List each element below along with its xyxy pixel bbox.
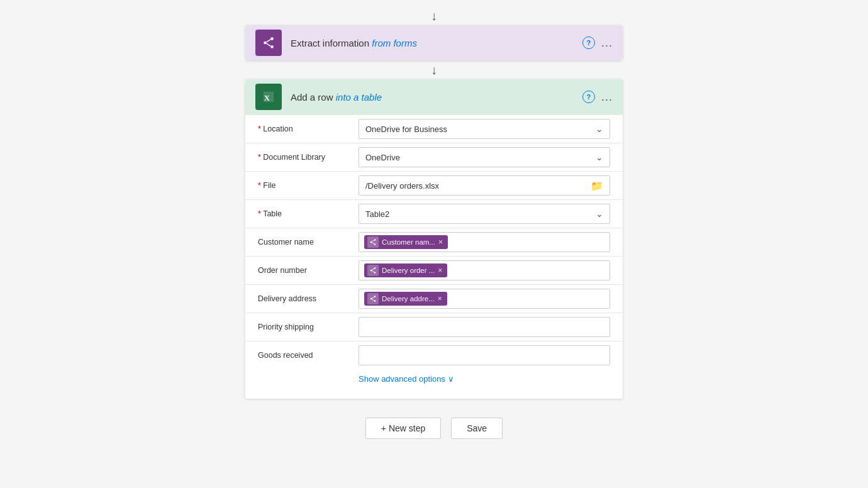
page-wrapper: ↓ Extract information from forms ?: [0, 0, 868, 439]
svg-point-2: [270, 45, 274, 48]
share-icon: [262, 36, 275, 50]
document-library-label: Document Library: [258, 153, 359, 162]
document-library-chevron-icon: ⌄: [596, 152, 603, 162]
svg-line-15: [372, 269, 374, 270]
customer-name-label: Customer name: [258, 238, 359, 247]
delivery-address-tag-icon: [367, 293, 379, 304]
svg-point-14: [374, 272, 376, 274]
advanced-options-chevron-icon: ∨: [448, 374, 454, 384]
delivery-address-input[interactable]: Delivery addre... ×: [359, 289, 610, 309]
delivery-address-label: Delivery address: [258, 294, 359, 303]
customer-name-tag-close[interactable]: ×: [438, 238, 443, 247]
order-number-tag: Delivery order ... ×: [364, 263, 447, 277]
customer-name-tag-icon: [367, 236, 379, 248]
priority-shipping-input[interactable]: [359, 317, 610, 337]
delivery-address-row: Delivery address Delivery a: [245, 284, 623, 313]
svg-line-3: [267, 40, 271, 42]
priority-shipping-label: Priority shipping: [258, 323, 359, 331]
delivery-address-tag-text: Delivery addre...: [382, 295, 435, 302]
customer-name-row: Customer name Customer nam.: [245, 228, 623, 256]
svg-point-8: [370, 241, 372, 243]
location-dropdown[interactable]: OneDrive for Business ⌄: [359, 119, 610, 139]
order-number-tag-close[interactable]: ×: [438, 266, 442, 275]
order-number-input[interactable]: Delivery order ... ×: [359, 260, 610, 280]
step1-help-button[interactable]: ?: [582, 36, 595, 49]
svg-point-7: [374, 239, 376, 241]
svg-text:X: X: [264, 94, 270, 103]
step1-actions: ? ...: [582, 36, 613, 50]
document-library-dropdown[interactable]: OneDrive ⌄: [359, 147, 610, 167]
step1-card: Extract information from forms ? ...: [245, 25, 623, 60]
svg-point-9: [374, 243, 376, 245]
file-browse-icon[interactable]: 📁: [591, 180, 603, 192]
table-label: Table: [258, 209, 359, 218]
document-library-row: Document Library OneDrive ⌄: [245, 143, 623, 171]
file-label: File: [258, 181, 359, 190]
file-row: File /Delivery orders.xlsx 📁: [245, 171, 623, 199]
svg-line-16: [372, 271, 374, 272]
svg-point-17: [374, 296, 376, 297]
svg-line-21: [372, 299, 374, 301]
table-row: Table Table2 ⌄: [245, 199, 623, 228]
svg-line-10: [372, 240, 374, 241]
goods-received-row: Goods received: [245, 341, 623, 369]
order-number-row: Order number Delivery order: [245, 256, 623, 284]
order-number-tag-text: Delivery order ...: [382, 267, 435, 274]
new-step-button[interactable]: + New step: [365, 418, 441, 439]
step2-icon: X: [255, 84, 282, 110]
priority-shipping-row: Priority shipping: [245, 313, 623, 341]
goods-received-input[interactable]: [359, 345, 610, 365]
step2-actions: ? ...: [582, 91, 613, 104]
location-label: Location: [258, 125, 359, 133]
goods-received-label: Goods received: [258, 351, 359, 360]
svg-point-0: [270, 37, 274, 40]
svg-line-4: [267, 43, 271, 46]
step1-more-button[interactable]: ...: [601, 36, 613, 50]
bottom-actions: + New step Save: [365, 418, 503, 439]
step2-header: X Add a row into a table ? ...: [245, 79, 623, 114]
svg-point-12: [374, 267, 376, 269]
svg-point-19: [374, 300, 376, 302]
delivery-address-tag: Delivery addre... ×: [364, 292, 447, 306]
step2-more-button[interactable]: ...: [601, 91, 613, 104]
step1-icon: [255, 30, 282, 56]
delivery-address-tag-close[interactable]: ×: [438, 294, 442, 303]
table-chevron-icon: ⌄: [596, 209, 603, 219]
location-chevron-icon: ⌄: [596, 124, 603, 134]
tag-share-icon: [369, 238, 377, 246]
customer-name-tag-text: Customer nam...: [382, 238, 435, 246]
svg-line-11: [372, 243, 374, 244]
order-number-tag-icon: [367, 265, 379, 276]
customer-name-tag: Customer nam... ×: [364, 235, 448, 249]
svg-point-13: [370, 270, 372, 272]
order-number-label: Order number: [258, 266, 359, 275]
step1-title: Extract information from forms: [291, 38, 582, 48]
svg-line-20: [372, 297, 374, 298]
step1-title-italic: from forms: [372, 38, 417, 48]
excel-icon: X: [262, 90, 275, 104]
arrow-middle: ↓: [431, 60, 437, 79]
table-dropdown[interactable]: Table2 ⌄: [359, 204, 610, 224]
step2-body: Location OneDrive for Business ⌄ Documen…: [245, 114, 623, 399]
step2-help-button[interactable]: ?: [582, 91, 595, 103]
save-button[interactable]: Save: [451, 418, 503, 439]
svg-point-18: [370, 298, 372, 300]
customer-name-input[interactable]: Customer nam... ×: [359, 232, 610, 252]
step2-card: X Add a row into a table ? ... Location …: [245, 79, 623, 399]
arrow-top: ↓: [431, 6, 437, 25]
step1-header: Extract information from forms ? ...: [245, 25, 623, 60]
step2-title-italic: into a table: [336, 92, 382, 103]
show-advanced-options-link[interactable]: Show advanced options ∨: [245, 369, 623, 392]
show-advanced-options-text: Show advanced options: [359, 374, 445, 384]
file-input[interactable]: /Delivery orders.xlsx 📁: [359, 175, 610, 196]
location-row: Location OneDrive for Business ⌄: [245, 114, 623, 143]
svg-point-1: [264, 42, 267, 45]
step2-title: Add a row into a table: [291, 92, 582, 103]
